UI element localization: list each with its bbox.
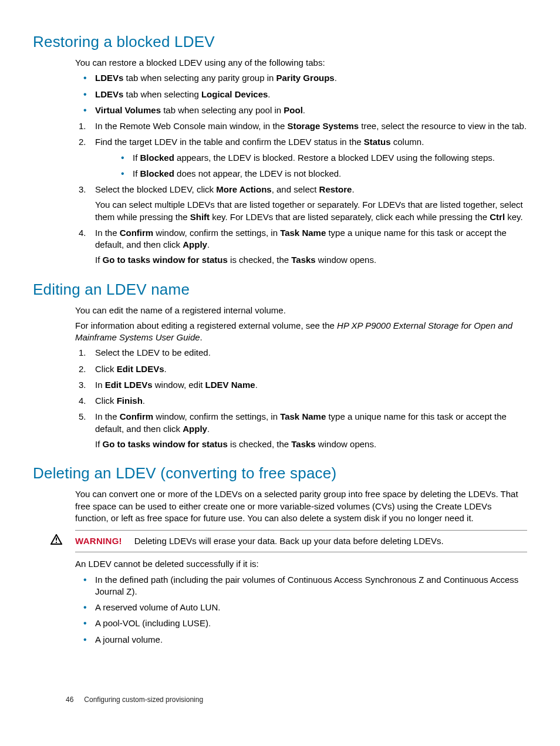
- text-fragment: In the: [95, 228, 120, 238]
- paragraph: An LDEV cannot be deleted successfully i…: [75, 558, 527, 570]
- text-fragment: If: [95, 439, 103, 449]
- bold-term: Apply: [183, 239, 207, 249]
- section-editing-body: You can edit the name of a registered in…: [75, 305, 527, 451]
- list-item: If Blocked appears, the LDEV is blocked.…: [115, 152, 527, 164]
- text-fragment: .: [207, 424, 210, 434]
- text-fragment: .: [164, 364, 167, 374]
- text-fragment: .: [303, 105, 305, 115]
- footer-title: Configuring custom-sized provisioning: [84, 696, 203, 704]
- bold-term: Blocked: [140, 153, 174, 163]
- text-fragment: For information about editing a register…: [75, 320, 337, 330]
- bold-term: Confirm: [120, 411, 154, 421]
- bold-term: LDEVs: [95, 89, 123, 99]
- bold-term: Pool: [284, 105, 303, 115]
- bold-term: Shift: [190, 212, 210, 222]
- bold-term: Finish: [117, 396, 143, 406]
- text-fragment: In: [95, 380, 105, 390]
- bold-term: Blocked: [140, 168, 174, 178]
- bold-term: Tasks: [291, 439, 315, 449]
- paragraph: You can edit the name of a registered in…: [75, 305, 527, 316]
- text-fragment: .: [143, 396, 145, 406]
- step-item: In the Confirm window, confirm the setti…: [75, 411, 527, 450]
- text-fragment: Click: [95, 396, 117, 406]
- text-fragment: window, confirm the settings, in: [153, 228, 280, 238]
- heading-deleting-ldev: Deleting an LDEV (converting to free spa…: [33, 463, 527, 484]
- text-fragment: window, edit: [153, 380, 205, 390]
- text-fragment: tree, select the resource to view in the…: [359, 121, 527, 131]
- heading-restoring-ldev: Restoring a blocked LDEV: [33, 32, 527, 52]
- text-fragment: In the: [95, 411, 120, 421]
- text-fragment: In the Remote Web Console main window, i…: [95, 121, 287, 131]
- text-fragment: .: [268, 89, 270, 99]
- text-fragment: is checked, the: [228, 439, 291, 449]
- list-item: A pool-VOL (including LUSE).: [75, 617, 527, 629]
- bold-term: Logical Devices: [201, 89, 268, 99]
- warning-label: WARNING!: [75, 536, 122, 546]
- list-item: LDEVs tab when selecting any parity grou…: [75, 72, 527, 84]
- bold-term: Apply: [183, 424, 207, 434]
- bold-term: Confirm: [120, 228, 154, 238]
- text-fragment: .: [255, 380, 258, 390]
- text-fragment: .: [335, 73, 337, 83]
- step-item: Click Finish.: [75, 395, 527, 407]
- bold-term: Task Name: [280, 411, 326, 421]
- text-fragment: key. For LDEVs that are listed separatel…: [210, 212, 490, 222]
- text-fragment: key.: [505, 212, 523, 222]
- list-item: If Blocked does not appear, the LDEV is …: [115, 168, 527, 180]
- tab-list: LDEVs tab when selecting any parity grou…: [75, 72, 527, 116]
- warning-callout: WARNING! Deleting LDEVs will erase your …: [75, 530, 527, 552]
- bold-term: Tasks: [291, 255, 315, 265]
- text-fragment: appears, the LDEV is blocked. Restore a …: [174, 153, 495, 163]
- bold-term: Restore: [319, 184, 352, 194]
- bold-term: Edit LDEVs: [105, 380, 153, 390]
- text-fragment: Select the blocked LDEV, click: [95, 184, 216, 194]
- intro-text: You can restore a blocked LDEV using any…: [75, 57, 527, 69]
- bold-term: Task Name: [280, 228, 326, 238]
- text-fragment: does not appear, the LDEV is not blocked…: [174, 168, 341, 178]
- text-fragment: .: [207, 239, 210, 249]
- text-fragment: window opens.: [316, 439, 376, 449]
- bold-term: Storage Systems: [287, 121, 359, 131]
- text-fragment: If: [133, 168, 140, 178]
- section-restoring-body: You can restore a blocked LDEV using any…: [75, 57, 527, 266]
- continuation-text: You can select multiple LDEVs that are l…: [95, 199, 527, 223]
- page-footer: 46 Configuring custom-sized provisioning: [66, 695, 203, 704]
- sub-list: If Blocked appears, the LDEV is blocked.…: [115, 152, 527, 180]
- bold-term: Status: [364, 137, 391, 147]
- list-item: LDEVs tab when selecting Logical Devices…: [75, 89, 527, 100]
- svg-rect-1: [56, 542, 57, 543]
- text-fragment: If: [133, 153, 140, 163]
- bold-term: More Actions: [216, 184, 271, 194]
- paragraph: You can convert one or more of the LDEVs…: [75, 488, 527, 524]
- warning-text: Deleting LDEVs will erase your data. Bac…: [134, 536, 444, 546]
- step-item: Select the blocked LDEV, click More Acti…: [75, 184, 527, 223]
- list-item: In the defined path (including the pair …: [75, 574, 527, 598]
- restore-steps: In the Remote Web Console main window, i…: [75, 120, 527, 266]
- list-item: Virtual Volumes tab when selecting any p…: [75, 104, 527, 116]
- step-item: In Edit LDEVs window, edit LDEV Name.: [75, 379, 527, 391]
- warning-icon: [50, 534, 62, 548]
- bold-term: Parity Groups: [276, 73, 335, 83]
- bold-term: LDEVs: [95, 73, 123, 83]
- continuation-text: If Go to tasks window for status is chec…: [95, 438, 527, 450]
- bold-term: Go to tasks window for status: [103, 439, 228, 449]
- list-item: A journal volume.: [75, 634, 527, 646]
- bold-term: LDEV Name: [205, 380, 255, 390]
- svg-rect-0: [56, 538, 57, 541]
- step-item: Find the target LDEV in the table and co…: [75, 136, 527, 180]
- section-deleting-body-2: An LDEV cannot be deleted successfully i…: [75, 558, 527, 646]
- text-fragment: .: [200, 332, 203, 342]
- text-fragment: If: [95, 255, 103, 265]
- page-number: 46: [66, 695, 82, 704]
- text-fragment: Click: [95, 364, 117, 374]
- text-fragment: , and select: [272, 184, 319, 194]
- list-item: A reserved volume of Auto LUN.: [75, 602, 527, 613]
- bold-term: Virtual Volumes: [95, 105, 161, 115]
- edit-steps: Select the LDEV to be edited. Click Edit…: [75, 347, 527, 450]
- step-item: In the Remote Web Console main window, i…: [75, 120, 527, 132]
- step-item: Click Edit LDEVs.: [75, 363, 527, 375]
- bold-term: Edit LDEVs: [117, 364, 164, 374]
- cannot-delete-list: In the defined path (including the pair …: [75, 574, 527, 646]
- bold-term: Go to tasks window for status: [103, 255, 228, 265]
- text-fragment: tab when selecting: [123, 89, 201, 99]
